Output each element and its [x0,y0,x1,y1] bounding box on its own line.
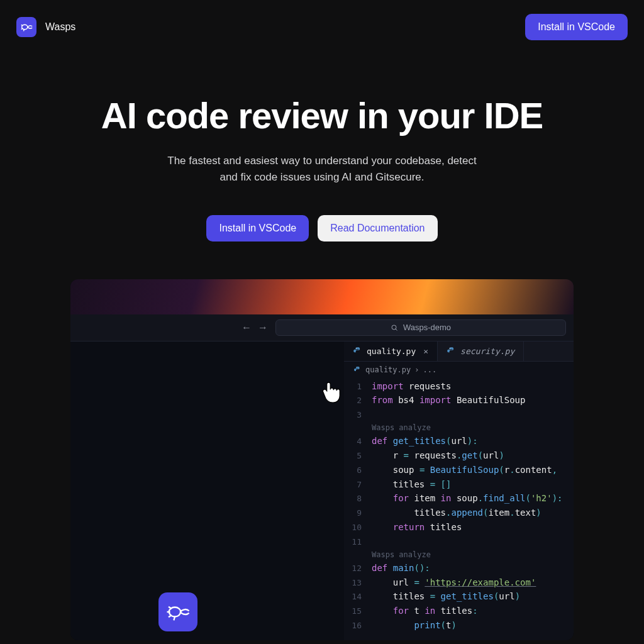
hero-title: AI code review in your IDE [0,94,644,136]
hero-subtitle: The fastest and easiest way to understan… [158,153,486,186]
editor-tabbar: quality.py × security.py [344,341,574,362]
codelens-hint[interactable]: Wasps analyze [372,422,431,434]
vscode-search-text: Wasps-demo [403,323,451,332]
brand: Wasps [16,17,75,37]
hero-docs-button[interactable]: Read Documentation [318,215,437,242]
codelens-hint[interactable]: Wasps analyze [372,549,431,561]
vscode-command-search[interactable]: Wasps-demo [275,319,566,336]
line-number: 5 [344,450,372,463]
line-number: 1 [344,380,372,394]
vscode-sidebar [70,341,344,640]
wasps-extension-icon[interactable] [158,592,197,631]
hero-cta-group: Install in VSCode Read Documentation [0,215,644,242]
tab-label: security.py [460,347,514,356]
hand-cursor-icon [319,379,343,409]
chevron-right-icon: › [414,365,419,374]
tab-security-py[interactable]: security.py [438,341,524,361]
line-number: 12 [344,562,372,575]
line-number: 4 [344,435,372,448]
line-number: 7 [344,479,372,492]
svg-point-3 [356,348,357,349]
tab-quality-py[interactable]: quality.py × [344,341,438,361]
line-number: 8 [344,492,372,506]
vscode-demo: ← → Wasps-demo [70,279,574,640]
line-number: 13 [344,577,372,590]
python-file-icon [353,347,362,355]
search-icon [391,324,398,331]
python-file-icon [353,365,362,374]
forward-arrow-icon[interactable]: → [258,322,268,333]
line-number: 15 [344,605,372,618]
code-area[interactable]: 1import requests 2from bs4 import Beauti… [344,378,574,640]
tab-label: quality.py [367,347,416,356]
line-number: 16 [344,619,372,633]
line-number: 2 [344,394,372,408]
desktop-wallpaper-strip [70,279,574,314]
top-nav: Wasps Install in VSCode [0,0,644,54]
breadcrumb[interactable]: quality.py › ... [344,362,574,378]
back-arrow-icon[interactable]: ← [242,322,252,333]
line-number: 10 [344,521,372,535]
vscode-window: ← → Wasps-demo [70,314,574,640]
python-file-icon [447,347,455,355]
svg-point-1 [392,325,396,330]
line-number: 3 [344,409,372,422]
breadcrumb-file: quality.py [365,365,411,374]
install-vscode-button[interactable]: Install in VSCode [525,14,628,40]
line-number: 14 [344,591,372,604]
vscode-nav-arrows: ← → [242,322,268,333]
vscode-titlebar: ← → Wasps-demo [70,314,574,341]
brand-name: Wasps [45,21,75,33]
hero-install-button[interactable]: Install in VSCode [206,215,309,242]
close-icon[interactable]: × [423,347,428,356]
svg-point-4 [450,348,450,349]
breadcrumb-tail: ... [423,365,436,374]
hero: AI code review in your IDE The fastest a… [0,54,644,640]
vscode-editor: quality.py × security.py [344,341,574,640]
line-number: 11 [344,536,372,549]
line-number: 9 [344,507,372,520]
wasps-logo-icon [16,17,36,37]
line-number: 6 [344,464,372,477]
